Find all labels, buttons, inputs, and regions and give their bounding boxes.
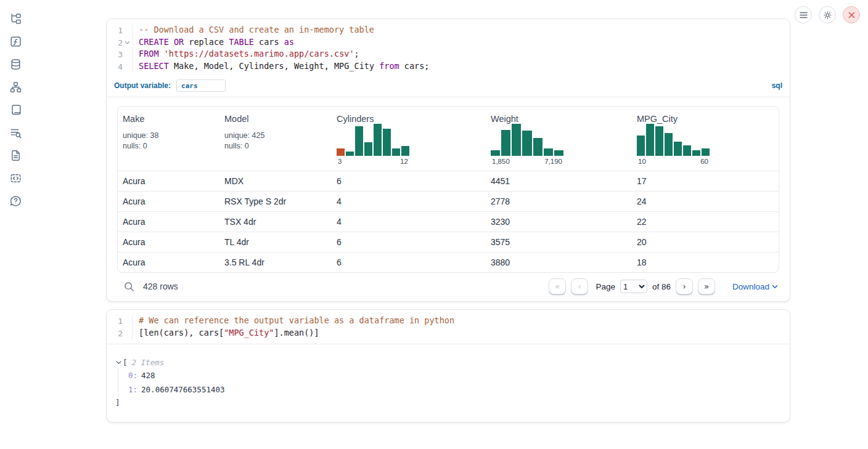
file-tree-icon[interactable]: [9, 12, 22, 25]
code-line[interactable]: FROM 'https://datasets.marimo.app/cars.c…: [139, 49, 429, 61]
column-header-cylinders[interactable]: Cylinders312: [332, 107, 486, 171]
data-table: Makeunique: 38nulls: 0Modelunique: 425nu…: [117, 106, 779, 273]
histogram-bar: [401, 146, 409, 156]
table-cell: 3.5 RL 4dr: [219, 257, 332, 267]
histogram-bar: [522, 131, 531, 156]
histogram-bar: [364, 142, 372, 156]
table-row[interactable]: AcuraTL 4dr6357520: [118, 232, 779, 252]
sidebar: [6, 12, 25, 208]
column-summary: unique: 425nulls: 0: [224, 131, 327, 151]
sql-code-editor[interactable]: 1234-- Download a CSV and create an in-m…: [107, 19, 790, 77]
histogram-bar: [512, 124, 521, 156]
next-page-button[interactable]: ›: [676, 278, 693, 294]
column-label: MPG_City: [637, 114, 774, 124]
code-line[interactable]: # We can reference the output variable a…: [139, 315, 454, 328]
python-output: [ 2 Items 0:4281:20.060747663551403 ]: [107, 344, 790, 422]
code-line[interactable]: SELECT Make, Model, Cylinders, Weight, M…: [139, 61, 429, 73]
histogram-bar: [637, 136, 645, 156]
column-label: Model: [224, 114, 327, 124]
search-icon[interactable]: [124, 281, 134, 292]
code-line[interactable]: -- Download a CSV and create an in-memor…: [139, 25, 429, 37]
table-cell: 2778: [486, 196, 632, 206]
histogram-bar: [702, 148, 710, 156]
table-cell: 6: [332, 237, 486, 247]
row-count: 428 rows: [143, 281, 178, 291]
table-cell: 3880: [486, 257, 632, 267]
table-cell: Acura: [118, 176, 219, 186]
close-icon: [848, 12, 855, 18]
first-page-button[interactable]: «: [549, 278, 566, 294]
page-select[interactable]: 1: [620, 280, 647, 293]
column-header-model[interactable]: Modelunique: 425nulls: 0: [219, 107, 332, 171]
histogram-bar: [346, 152, 354, 156]
dependency-graph-icon[interactable]: [9, 81, 22, 94]
column-header-mpg_city[interactable]: MPG_City1060: [632, 107, 779, 171]
output-variable-label: Output variable:: [114, 81, 171, 90]
line-number-gutter: 1234: [107, 25, 133, 73]
database-icon[interactable]: [9, 58, 22, 71]
column-header-weight[interactable]: Weight1,8507,190: [486, 107, 632, 171]
shutdown-button[interactable]: [843, 6, 860, 23]
fold-chevron-icon[interactable]: [123, 37, 132, 49]
code-line[interactable]: [len(cars), cars["MPG_City"].mean()]: [139, 328, 454, 340]
table-row[interactable]: AcuraMDX6445117: [118, 171, 779, 191]
table-cell: 6: [332, 257, 486, 267]
list-close-bracket: ]: [115, 397, 790, 409]
column-histogram: 1060: [637, 124, 710, 165]
histogram-bar: [501, 130, 510, 156]
histogram-bar: [646, 124, 654, 156]
table-row[interactable]: Acura3.5 RL 4dr6388018: [118, 252, 779, 272]
function-square-icon[interactable]: [9, 35, 22, 48]
table-cell: 3230: [486, 217, 632, 227]
histogram-bar: [674, 142, 682, 156]
histogram-bar: [392, 148, 400, 156]
list-items-count: 2 Items: [132, 358, 165, 367]
table-cell: 18: [632, 257, 779, 267]
table-cell: Acura: [118, 237, 219, 247]
table-cell: RSX Type S 2dr: [219, 196, 332, 206]
list-open-bracket: [: [123, 358, 128, 367]
code-line[interactable]: CREATE OR replace TABLE cars as: [139, 37, 429, 49]
histogram-bar: [655, 126, 663, 156]
table-cell: 4: [332, 196, 486, 206]
histogram-bar: [544, 148, 553, 156]
language-badge[interactable]: sql: [772, 81, 782, 90]
document-icon[interactable]: [9, 149, 22, 162]
chevron-down-icon: [772, 285, 778, 289]
column-header-make[interactable]: Makeunique: 38nulls: 0: [118, 107, 219, 171]
table-cell: 4451: [486, 176, 632, 186]
histogram-bar: [683, 145, 691, 156]
snippets-icon[interactable]: [9, 172, 22, 185]
histogram-bar: [374, 124, 382, 156]
list-search-icon[interactable]: [9, 126, 22, 139]
histogram-bar: [491, 150, 500, 156]
sql-cell: 1234-- Download a CSV and create an in-m…: [106, 18, 790, 302]
tree-collapse-chevron-icon[interactable]: [115, 359, 122, 366]
download-button[interactable]: Download: [732, 282, 778, 291]
histogram-bar: [665, 133, 673, 156]
help-chat-icon[interactable]: [9, 195, 22, 208]
table-cell: Acura: [118, 217, 219, 227]
histogram-bar: [533, 138, 542, 156]
table-row[interactable]: AcuraRSX Type S 2dr4277824: [118, 191, 779, 211]
python-cell: 12# We can reference the output variable…: [106, 309, 790, 423]
output-variable-input[interactable]: [176, 79, 226, 92]
table-cell: 17: [632, 176, 779, 186]
table-cell: TSX 4dr: [219, 217, 332, 227]
table-area: Makeunique: 38nulls: 0Modelunique: 425nu…: [107, 97, 790, 301]
scroll-icon[interactable]: [9, 103, 22, 116]
column-label: Weight: [491, 114, 627, 124]
line-number-gutter: 12: [107, 315, 133, 339]
histogram-bar: [554, 150, 563, 156]
last-page-button[interactable]: »: [698, 278, 715, 294]
table-cell: 6: [332, 176, 486, 186]
prev-page-button[interactable]: ‹: [571, 278, 588, 294]
settings-button[interactable]: [819, 6, 836, 23]
histogram-bar: [337, 148, 345, 156]
table-cell: MDX: [219, 176, 332, 186]
menu-button[interactable]: [795, 6, 812, 23]
python-code-editor[interactable]: 12# We can reference the output variable…: [107, 310, 790, 344]
histogram-axis-labels: 1060: [637, 158, 710, 165]
histogram-bar: [692, 150, 700, 156]
table-row[interactable]: AcuraTSX 4dr4323022: [118, 211, 779, 232]
